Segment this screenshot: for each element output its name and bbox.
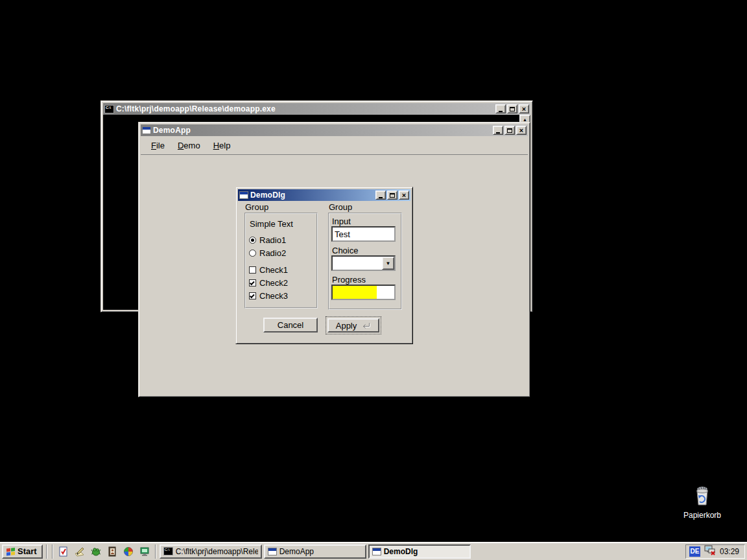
menu-file[interactable]: File xyxy=(145,139,171,152)
recycle-bin-icon xyxy=(692,485,713,509)
task-button-demoapp[interactable]: DemoApp xyxy=(264,544,366,559)
choice-label: Choice xyxy=(332,246,358,255)
demodlg-dialog: DemoDlg × Group Simple Text Radio1 Radio… xyxy=(235,187,413,344)
minimize-button[interactable] xyxy=(375,191,386,200)
radio2-option[interactable]: Radio2 xyxy=(249,249,286,257)
window-icon xyxy=(239,191,248,199)
menu-demo[interactable]: Demo xyxy=(171,139,207,152)
menu-help[interactable]: Help xyxy=(207,139,237,152)
demoapp-title: DemoApp xyxy=(153,126,491,135)
bug-icon[interactable] xyxy=(89,544,103,559)
checkbox-icon[interactable] xyxy=(249,266,256,274)
check3-label: Check3 xyxy=(259,291,288,301)
cancel-button[interactable]: Cancel xyxy=(263,318,318,332)
radio1-label: Radio1 xyxy=(259,235,286,245)
close-button[interactable]: × xyxy=(516,126,527,135)
progress-label: Progress xyxy=(332,275,366,285)
simple-text-label: Simple Text xyxy=(250,219,293,229)
radio-icon[interactable] xyxy=(249,250,256,257)
task-button-console[interactable]: C:\ C:\fltk\prj\demoapp\Rele... xyxy=(160,544,262,559)
console-icon: C:\ xyxy=(163,547,173,555)
minimize-button[interactable] xyxy=(495,104,506,113)
start-button[interactable]: Start xyxy=(2,544,43,559)
radio2-label: Radio2 xyxy=(259,248,286,258)
window-icon xyxy=(142,126,151,134)
choice-dropdown[interactable]: ▼ xyxy=(331,255,396,271)
radio1-option[interactable]: Radio1 xyxy=(249,236,286,244)
task-button-demodlg[interactable]: DemoDlg xyxy=(368,544,471,559)
progress-fill xyxy=(333,286,377,299)
taskbar: Start xyxy=(0,542,747,560)
demoapp-titlebar[interactable]: DemoApp × xyxy=(141,124,528,136)
checkbox-icon[interactable] xyxy=(249,292,256,299)
checkbox-icon[interactable] xyxy=(249,279,256,286)
console-titlebar[interactable]: C:\ C:\fltk\prj\demoapp\Release\demoapp.… xyxy=(103,103,530,115)
apply-button[interactable]: Apply xyxy=(327,318,379,332)
right-group-label: Group xyxy=(329,203,352,212)
window-icon xyxy=(372,548,381,555)
console-title: C:\fltk\prj\demoapp\Release\demoapp.exe xyxy=(116,104,493,113)
chevron-down-icon[interactable]: ▼ xyxy=(382,257,394,270)
check2-label: Check2 xyxy=(259,278,288,288)
demodlg-title: DemoDlg xyxy=(250,191,374,200)
check1-label: Check1 xyxy=(259,265,288,275)
maximize-button[interactable] xyxy=(507,104,517,113)
network-error-icon[interactable] xyxy=(704,545,716,557)
demodlg-client-area: Group Simple Text Radio1 Radio2 Check1 C… xyxy=(238,201,410,342)
clock: 03:29 xyxy=(720,547,739,556)
check2-option[interactable]: Check2 xyxy=(249,279,288,287)
signature-pen-icon[interactable] xyxy=(73,544,87,559)
console-icon: C:\ xyxy=(104,105,114,113)
notes-shortcut-icon[interactable] xyxy=(56,544,71,559)
close-button[interactable]: × xyxy=(519,104,529,113)
recycle-bin-desktop-icon[interactable]: Papierkorb xyxy=(678,485,726,520)
demodlg-titlebar[interactable]: DemoDlg × xyxy=(238,189,410,201)
menu-bar: File Demo Help xyxy=(141,136,528,155)
address-book-icon[interactable] xyxy=(105,544,119,559)
network-monitor-icon[interactable] xyxy=(137,544,152,559)
taskbar-divider xyxy=(52,544,53,559)
progress-bar xyxy=(331,285,396,300)
keyboard-layout-indicator[interactable]: DE xyxy=(689,546,700,557)
radio-icon[interactable] xyxy=(249,237,256,244)
text-input[interactable] xyxy=(331,226,396,242)
windows-logo-icon xyxy=(6,547,16,556)
taskbar-divider xyxy=(46,544,47,559)
minimize-button[interactable] xyxy=(493,126,503,135)
left-group-label: Group xyxy=(245,203,268,212)
check3-option[interactable]: Check3 xyxy=(249,292,288,300)
taskbar-divider xyxy=(155,544,156,559)
recycle-bin-label: Papierkorb xyxy=(678,511,726,520)
close-button[interactable]: × xyxy=(399,191,409,200)
check1-option[interactable]: Check1 xyxy=(249,266,288,274)
maximize-button[interactable] xyxy=(387,191,397,200)
return-key-icon xyxy=(361,322,371,329)
input-label: Input xyxy=(332,216,351,226)
maximize-button[interactable] xyxy=(504,126,515,135)
system-tray: DE 03:29 xyxy=(685,544,745,559)
window-icon xyxy=(268,548,277,555)
palette-icon[interactable] xyxy=(121,544,136,559)
choice-value xyxy=(333,257,335,266)
